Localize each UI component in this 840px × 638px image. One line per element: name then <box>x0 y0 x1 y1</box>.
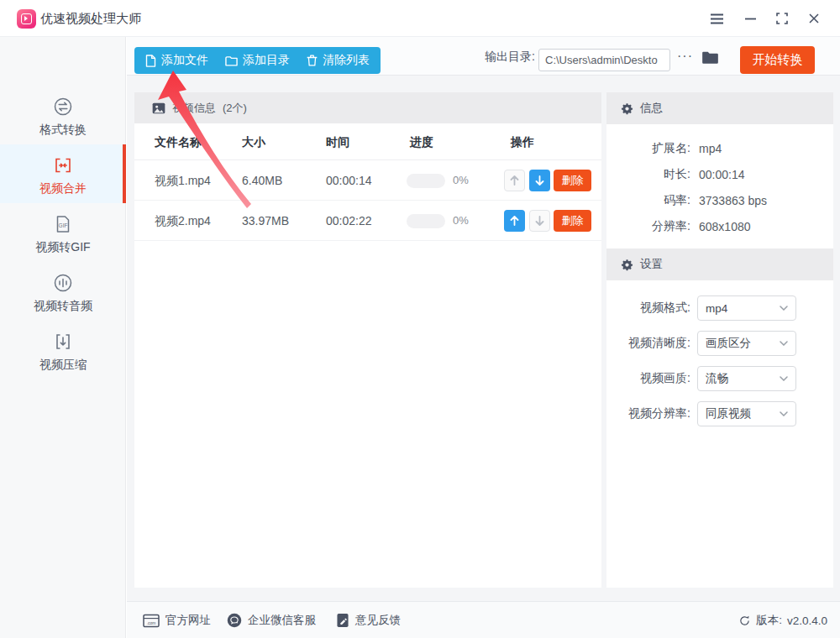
minimize-icon[interactable] <box>738 0 763 37</box>
progress-percent: 0% <box>453 201 469 241</box>
video-quality-select[interactable]: 流畅 <box>697 366 796 391</box>
col-size: 大小 <box>242 123 265 160</box>
sidebar-item-video-to-audio[interactable]: 视频转音频 <box>0 262 126 321</box>
col-time: 时间 <box>326 123 349 160</box>
play-icon <box>21 13 32 24</box>
sidebar: 格式转换 视频合并 GIF 视频转GIF <box>0 37 126 638</box>
wechat-support-link[interactable]: 企业微信客服 <box>227 602 316 638</box>
open-folder-icon[interactable] <box>701 50 719 65</box>
refresh-icon <box>738 614 751 627</box>
table-row: 视频1.mp4 6.40MB 00:00:14 0% 删除 <box>134 160 601 201</box>
info-value: 3733863 bps <box>699 194 767 207</box>
trash-icon <box>307 55 318 66</box>
maximize-icon[interactable] <box>769 0 795 37</box>
sidebar-item-label: 视频合并 <box>0 181 126 196</box>
info-label: 时长: <box>606 167 690 182</box>
col-file-name: 文件名称 <box>155 123 202 160</box>
info-header: 信息 <box>606 92 833 124</box>
file-size: 6.40MB <box>242 160 282 201</box>
info-label: 分辨率: <box>606 219 690 234</box>
info-label: 扩展名: <box>606 141 690 156</box>
svg-text:GIF: GIF <box>59 222 68 228</box>
toolbar-button-group: 添加文件 添加目录 清除列表 <box>134 47 381 74</box>
merge-brackets-icon <box>0 154 126 178</box>
chat-bubble-icon <box>227 613 242 628</box>
video-format-select[interactable]: mp4 <box>697 295 796 321</box>
clear-list-button[interactable]: 清除列表 <box>307 53 370 68</box>
start-convert-button[interactable]: 开始转换 <box>740 46 815 74</box>
add-folder-button[interactable]: 添加目录 <box>225 53 290 68</box>
settings-title: 设置 <box>640 257 663 272</box>
delete-button[interactable]: 删除 <box>554 210 591 232</box>
setting-row: 视频清晰度: 画质区分 <box>606 330 833 357</box>
sidebar-item-label: 格式转换 <box>0 123 126 138</box>
sidebar-item-label: 视频转GIF <box>0 240 126 255</box>
footer: .com 官方网址 企业微信客服 意见反馈 版本: v2.0.4.0 <box>127 601 840 638</box>
right-panel: 信息 扩展名: mp4 时长: 00:00:14 码率: 3733863 bps… <box>606 92 833 588</box>
video-list-title: 视频信息 <box>172 101 216 116</box>
setting-label: 视频分辨率: <box>606 406 690 421</box>
settings-header: 设置 <box>606 248 833 280</box>
info-title: 信息 <box>640 101 663 116</box>
add-file-button[interactable]: 添加文件 <box>145 53 208 68</box>
info-value: mp4 <box>699 142 722 155</box>
output-path-input[interactable] <box>538 49 670 71</box>
swap-arrows-icon <box>0 96 126 119</box>
svg-text:.com: .com <box>147 620 156 625</box>
setting-row: 视频分辨率: 同原视频 <box>606 400 833 427</box>
gear-icon <box>621 259 633 271</box>
picture-icon <box>152 102 165 114</box>
output-dir-label: 输出目录: <box>485 37 535 76</box>
setting-row: 视频画质: 流畅 <box>606 365 833 392</box>
menu-icon[interactable] <box>704 0 729 37</box>
select-value: mp4 <box>706 302 727 315</box>
chevron-down-icon <box>780 341 788 346</box>
info-row: 分辨率: 608x1080 <box>606 213 833 239</box>
select-value: 流畅 <box>706 371 728 386</box>
table-row: 视频2.mp4 33.97MB 00:02:22 0% 删除 <box>134 201 601 241</box>
close-icon[interactable] <box>801 0 827 37</box>
sound-wave-icon <box>0 272 126 295</box>
move-up-button[interactable] <box>504 210 525 232</box>
info-row: 扩展名: mp4 <box>606 135 833 161</box>
chevron-down-icon <box>780 376 788 381</box>
browse-ellipsis-button[interactable]: ··· <box>677 37 693 76</box>
folder-icon <box>225 55 238 66</box>
sidebar-item-video-compress[interactable]: 视频压缩 <box>0 321 126 379</box>
progress-percent: 0% <box>453 160 469 201</box>
sidebar-item-format-convert[interactable]: 格式转换 <box>0 86 126 144</box>
col-progress: 进度 <box>410 123 433 160</box>
progress-bar <box>407 214 445 228</box>
select-value: 画质区分 <box>706 336 751 351</box>
chevron-down-icon <box>780 306 788 311</box>
setting-label: 视频清晰度: <box>606 336 690 351</box>
file-time: 00:00:14 <box>326 160 372 201</box>
dot-com-browser-icon: .com <box>143 614 160 628</box>
version-value: v2.0.4.0 <box>787 614 827 627</box>
video-count: (2个) <box>223 101 247 116</box>
setting-label: 视频格式: <box>606 301 690 316</box>
file-name: 视频2.mp4 <box>155 201 211 241</box>
app-title: 优速视频处理大师 <box>40 0 141 37</box>
feedback-link[interactable]: 意见反馈 <box>336 602 401 638</box>
sidebar-item-video-merge[interactable]: 视频合并 <box>0 144 126 203</box>
video-list-header: 视频信息 (2个) <box>134 92 601 123</box>
info-value: 608x1080 <box>699 220 751 233</box>
titlebar: 优速视频处理大师 <box>0 0 840 37</box>
video-list-panel: 视频信息 (2个) 文件名称 大小 时间 进度 操作 视频1.mp4 6.40M… <box>134 92 601 588</box>
move-up-button[interactable] <box>504 170 525 191</box>
table-column-headers: 文件名称 大小 时间 进度 操作 <box>134 123 601 160</box>
move-down-button[interactable] <box>529 170 550 191</box>
delete-button[interactable]: 删除 <box>554 170 591 191</box>
file-name: 视频1.mp4 <box>155 160 211 201</box>
sidebar-item-video-to-gif[interactable]: GIF 视频转GIF <box>0 203 126 262</box>
chevron-down-icon <box>780 411 788 416</box>
settings-fields: 视频格式: mp4 视频清晰度: 画质区分 视频画质: 流畅 <box>606 280 833 427</box>
official-website-link[interactable]: .com 官方网址 <box>143 602 211 638</box>
video-resolution-select[interactable]: 同原视频 <box>697 401 796 426</box>
video-clarity-select[interactable]: 画质区分 <box>697 331 796 356</box>
info-value: 00:00:14 <box>699 168 745 181</box>
compress-brackets-icon <box>0 331 126 354</box>
notebook-pen-icon <box>336 613 349 628</box>
move-down-button[interactable] <box>529 210 550 232</box>
